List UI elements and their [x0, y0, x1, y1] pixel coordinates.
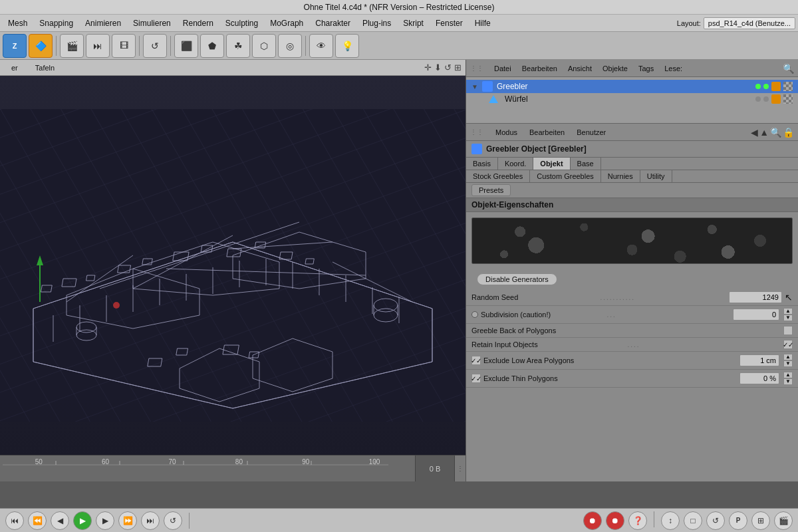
obj-menu-tags[interactable]: Tags	[636, 64, 656, 73]
viewport-icon-resize[interactable]: ⊞	[454, 63, 462, 72]
tab-basis[interactable]: Basis	[466, 158, 498, 170]
obj-row-wurfel[interactable]: Würfel	[466, 93, 798, 105]
nav-lock[interactable]: 🔒	[783, 127, 794, 138]
subdivision-input[interactable]	[733, 309, 779, 321]
timeline-resize[interactable]: ⋮	[455, 456, 466, 481]
viewport-icon-crosshair[interactable]: ✛	[424, 63, 432, 72]
exclude-low-label: Exclude Low Area Polygons	[483, 356, 737, 364]
expand-arrow[interactable]: ▼	[471, 83, 478, 90]
tool-move[interactable]: 🔷	[29, 34, 53, 58]
nav-up[interactable]: ▲	[759, 127, 769, 138]
obj-menu-bearbeiten[interactable]: Bearbeiten	[519, 64, 560, 73]
tab-base[interactable]: Base	[571, 158, 601, 170]
low-area-spin-up[interactable]: ▲	[783, 354, 793, 360]
btn-scale-tool[interactable]: □	[684, 511, 702, 530]
menu-skript[interactable]: Skript	[398, 17, 429, 29]
subtab-nurnies[interactable]: Nurnies	[601, 170, 640, 182]
menu-snapping[interactable]: Snapping	[34, 17, 78, 29]
tool-sphere[interactable]: ⬟	[200, 34, 224, 58]
low-area-spin-down[interactable]: ▼	[783, 360, 793, 367]
menu-mograph[interactable]: MoGraph	[265, 17, 309, 29]
timeline-ruler[interactable]: 50 60 70 80 90 100	[0, 456, 415, 481]
subtab-custom[interactable]: Custom Greebles	[530, 170, 601, 182]
obj-dots-1	[755, 82, 793, 91]
btn-clapboard[interactable]: 🎬	[774, 511, 793, 530]
preset-tab[interactable]: Presets	[471, 184, 511, 196]
btn-loop[interactable]: ↺	[164, 511, 182, 530]
tool-clover[interactable]: ☘	[226, 34, 250, 58]
menu-charakter[interactable]: Charakter	[310, 17, 356, 29]
tool-polygon[interactable]: ⬡	[252, 34, 276, 58]
exclude-low-input[interactable]	[739, 354, 779, 366]
tab-er[interactable]: er	[4, 62, 25, 74]
tool-z[interactable]: Z	[3, 34, 27, 58]
btn-record[interactable]: ⏺	[583, 511, 602, 530]
tool-camera[interactable]: 👁	[309, 34, 333, 58]
retain-input-checkbox[interactable]: ✓	[783, 340, 793, 349]
menu-simulieren[interactable]: Simulieren	[128, 17, 176, 29]
obj-row-greebler[interactable]: ▼ Greebler	[466, 80, 798, 93]
btn-rotate-tool[interactable]: ↺	[706, 511, 725, 530]
props-modus[interactable]: Modus	[493, 128, 520, 137]
menu-plugins[interactable]: Plug-ins	[357, 17, 396, 29]
btn-play[interactable]: ▶	[73, 511, 92, 530]
btn-prev-key[interactable]: ⏪	[28, 511, 47, 530]
tool-cube[interactable]: ⬛	[174, 34, 198, 58]
props-bearbeiten[interactable]: Bearbeiten	[527, 128, 567, 137]
timeline-size: 0 B	[430, 465, 441, 473]
tool-record-layout[interactable]: 🎬	[60, 34, 84, 58]
tool-film[interactable]: 🎞	[112, 34, 136, 58]
tab-koord[interactable]: Koord.	[498, 158, 533, 170]
btn-grid[interactable]: ⊞	[751, 511, 770, 530]
preset-row: Presets	[466, 183, 798, 198]
btn-goto-end[interactable]: ⏭	[141, 511, 160, 530]
btn-record2[interactable]: ⏺	[606, 511, 624, 530]
viewport-icon-refresh[interactable]: ↺	[444, 63, 452, 72]
greeble-back-checkbox[interactable]	[783, 326, 793, 335]
tab-objekt[interactable]: Objekt	[533, 158, 570, 170]
3d-viewport[interactable]	[0, 76, 466, 455]
btn-next-key[interactable]: ⏩	[118, 511, 137, 530]
btn-help[interactable]: ❓	[628, 511, 647, 530]
obj-search-icon[interactable]: 🔍	[783, 63, 794, 74]
nav-back[interactable]: ◀	[751, 127, 758, 138]
exclude-thin-checkbox[interactable]: ✓	[471, 374, 481, 383]
tool-light[interactable]: 💡	[335, 34, 359, 58]
exclude-thin-input[interactable]	[739, 372, 779, 384]
obj-menu-ansicht[interactable]: Ansicht	[565, 64, 595, 73]
tab-tafeln[interactable]: Tafeln	[28, 62, 62, 74]
btn-next-frame[interactable]: ▶	[96, 511, 114, 530]
viewport-icon-down[interactable]: ⬇	[434, 63, 442, 72]
menu-animieren[interactable]: Animieren	[80, 17, 126, 29]
obj-menu-lese[interactable]: Lese:	[662, 64, 685, 73]
random-seed-input[interactable]	[729, 291, 782, 303]
tool-rotate[interactable]: ↺	[143, 34, 167, 58]
thin-spin-down[interactable]: ▼	[783, 378, 793, 385]
thin-spin-up[interactable]: ▲	[783, 372, 793, 378]
tool-next-key[interactable]: ⏭	[86, 34, 110, 58]
subdivision-radio[interactable]	[471, 311, 478, 318]
menu-fenster[interactable]: Fenster	[430, 17, 468, 29]
spin-up[interactable]: ▲	[783, 308, 793, 315]
menu-sculpting[interactable]: Sculpting	[220, 17, 263, 29]
subtab-stock[interactable]: Stock Greebles	[466, 170, 530, 182]
props-benutzer[interactable]: Benutzer	[574, 128, 608, 137]
spin-down[interactable]: ▼	[783, 315, 793, 321]
disable-generators-btn[interactable]: Disable Generators	[477, 273, 557, 285]
obj-menu-datei[interactable]: Datei	[491, 64, 514, 73]
exclude-low-area-row: ✓ Exclude Low Area Polygons ▲ ▼	[466, 352, 798, 370]
btn-prev-frame[interactable]: ◀	[51, 511, 69, 530]
btn-goto-start[interactable]: ⏮	[5, 511, 24, 530]
menu-mesh[interactable]: Mesh	[3, 17, 33, 29]
main-area: er Tafeln ✛ ⬇ ↺ ⊞	[0, 60, 798, 481]
layout-value[interactable]: psd_R14_c4d (Benutze...	[704, 17, 795, 29]
menu-hilfe[interactable]: Hilfe	[469, 17, 496, 29]
tool-torus[interactable]: ◎	[278, 34, 302, 58]
btn-protect[interactable]: P	[729, 511, 747, 530]
exclude-low-checkbox[interactable]: ✓	[471, 356, 481, 365]
obj-menu-objekte[interactable]: Objekte	[600, 64, 630, 73]
menu-rendern[interactable]: Rendern	[178, 17, 219, 29]
subtab-utility[interactable]: Utility	[640, 170, 672, 182]
btn-move-tool[interactable]: ↕	[661, 511, 680, 530]
nav-search[interactable]: 🔍	[770, 127, 781, 138]
